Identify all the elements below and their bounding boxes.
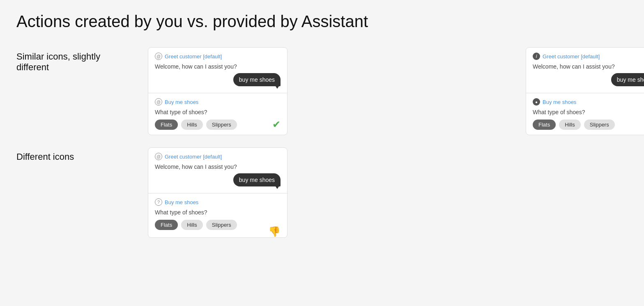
chips-row-right: Flats Hills Slippers bbox=[533, 120, 644, 130]
greet-label-left: Greet customer [default] bbox=[165, 53, 222, 60]
greet-header-left: @ Greet customer [default] bbox=[155, 53, 281, 60]
chips-row-diff: Flats Hills Slippers bbox=[155, 220, 281, 230]
different-left-card: @ Greet customer [default] Welcome, how … bbox=[148, 147, 288, 238]
thumbs-down-icon-diff: 👎 bbox=[268, 226, 281, 237]
buy-shoes-block-right: ● Buy me shoes What type of shoes? Flats… bbox=[526, 93, 644, 135]
user-bubble-1-right: buy me shoes bbox=[611, 73, 644, 86]
greet-header-diff: @ Greet customer [default] bbox=[155, 153, 281, 160]
chip-flats-left[interactable]: Flats bbox=[155, 120, 178, 130]
bot-message-2-right: What type of shoes? bbox=[533, 109, 644, 115]
bot-message-1-left: Welcome, how can I assist you? bbox=[155, 63, 281, 70]
bot-message-1-diff: Welcome, how can I assist you? bbox=[155, 163, 281, 170]
different-icons-label: Different icons bbox=[16, 147, 131, 162]
chip-flats-diff[interactable]: Flats bbox=[155, 220, 178, 230]
buy-shoes-label-left: Buy me shoes bbox=[165, 99, 198, 105]
page-title: Actions created by you vs. provided by A… bbox=[16, 12, 628, 31]
chip-hills-diff[interactable]: Hills bbox=[181, 220, 203, 230]
greet-block-left: @ Greet customer [default] Welcome, how … bbox=[148, 48, 287, 93]
chip-slippers-right[interactable]: Slippers bbox=[584, 120, 615, 130]
buy-shoes-header-left: @ Buy me shoes bbox=[155, 98, 281, 106]
circle-at-icon-diff: @ bbox=[155, 153, 162, 160]
greet-label-diff: Greet customer [default] bbox=[165, 154, 222, 160]
similar-icons-label: Similar icons, slightly different bbox=[16, 47, 131, 73]
chip-hills-left[interactable]: Hills bbox=[181, 120, 203, 130]
chips-row-left: Flats Hills Slippers bbox=[155, 120, 272, 130]
similar-icons-section: Similar icons, slightly different @ Gree… bbox=[16, 47, 628, 135]
bot-message-2-left: What type of shoes? bbox=[155, 109, 281, 115]
buy-shoes-header-right: ● Buy me shoes bbox=[533, 98, 644, 106]
different-icons-section: Different icons @ Greet customer [defaul… bbox=[16, 147, 628, 238]
user-bubble-1-diff: buy me shoes bbox=[233, 173, 281, 186]
similar-right-card: i Greet customer [default] Welcome, how … bbox=[526, 47, 644, 135]
chip-hills-right[interactable]: Hills bbox=[559, 120, 581, 130]
check-icon: ✔ bbox=[272, 119, 281, 130]
similar-left-card: @ Greet customer [default] Welcome, how … bbox=[148, 47, 288, 135]
buy-shoes-block-left: @ Buy me shoes What type of shoes? ✔ Fla… bbox=[148, 93, 287, 135]
chip-slippers-left[interactable]: Slippers bbox=[206, 120, 237, 130]
bot-message-2-diff: What type of shoes? bbox=[155, 209, 281, 216]
circle-q-icon: ? bbox=[155, 198, 162, 206]
greet-label-right: Greet customer [default] bbox=[543, 53, 600, 60]
user-bubble-1-left: buy me shoes bbox=[233, 73, 281, 86]
circle-at-icon-2: @ bbox=[155, 98, 162, 106]
circle-filled-icon: ● bbox=[533, 98, 540, 106]
greet-block-right: i Greet customer [default] Welcome, how … bbox=[526, 48, 644, 93]
circle-i-icon: i bbox=[533, 53, 540, 60]
buy-shoes-label-diff: Buy me shoes bbox=[165, 199, 198, 205]
chip-slippers-diff[interactable]: Slippers bbox=[206, 220, 237, 230]
greet-block-diff: @ Greet customer [default] Welcome, how … bbox=[148, 148, 287, 193]
similar-right-card-wrapper: i Greet customer [default] Welcome, how … bbox=[526, 47, 644, 135]
circle-at-icon: @ bbox=[155, 53, 162, 60]
greet-header-right: i Greet customer [default] bbox=[533, 53, 644, 60]
buy-shoes-block-diff: ? Buy me shoes What type of shoes? Flats… bbox=[148, 193, 287, 235]
buy-shoes-label-right: Buy me shoes bbox=[543, 99, 576, 105]
chip-flats-right[interactable]: Flats bbox=[533, 120, 556, 130]
buy-shoes-header-diff: ? Buy me shoes bbox=[155, 198, 281, 206]
bot-message-1-right: Welcome, how can I assist you? bbox=[533, 63, 644, 70]
